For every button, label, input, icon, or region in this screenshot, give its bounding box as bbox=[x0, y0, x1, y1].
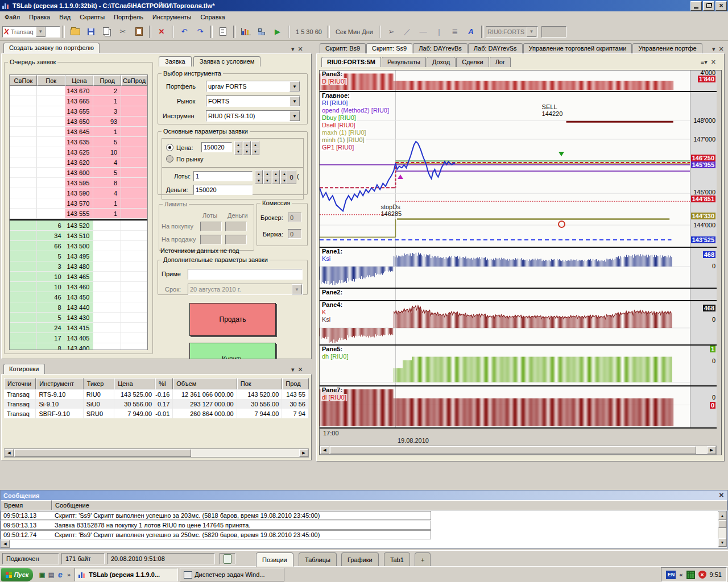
table-row[interactable]: 143 62510 bbox=[10, 147, 147, 157]
chart-inner-tab-0[interactable]: RIU0:FORTS:5M bbox=[321, 57, 381, 67]
term-select[interactable]: 20 августа 2010 г.▼ bbox=[188, 284, 303, 295]
buy-lots-limit[interactable] bbox=[200, 222, 222, 231]
delete-button[interactable]: ✕ bbox=[154, 24, 169, 39]
chevron-left-icon[interactable]: « bbox=[679, 571, 682, 578]
chart-dock-tab-2[interactable]: Лаб: DAYrevBs bbox=[413, 43, 468, 53]
open-button[interactable] bbox=[68, 24, 82, 39]
scroll-up-icon[interactable]: ▲ bbox=[718, 512, 726, 520]
copy-button[interactable] bbox=[100, 24, 114, 39]
table-row[interactable]: 46143 450 bbox=[10, 292, 147, 302]
table-row[interactable]: 17143 405 bbox=[10, 333, 147, 343]
quotes-col-0[interactable]: Источни bbox=[4, 378, 36, 389]
table-row[interactable]: 24143 415 bbox=[10, 323, 147, 333]
chart-inner-tab-3[interactable]: Сделки bbox=[456, 57, 489, 67]
cut-button[interactable]: ✂ bbox=[115, 24, 130, 39]
hline-tool-button[interactable]: — bbox=[416, 24, 431, 39]
chart-dock-tab-0[interactable]: Скрипт: Bs9 bbox=[320, 43, 366, 53]
chevron-down-icon[interactable]: ▼ bbox=[289, 96, 300, 106]
status-tab-4[interactable]: + bbox=[415, 552, 431, 567]
close-icon[interactable]: ✕ bbox=[298, 366, 303, 373]
scroll-left-icon[interactable]: ◀ bbox=[320, 446, 329, 454]
scroll-right-icon[interactable]: ▶ bbox=[707, 446, 716, 454]
buy-button[interactable]: Купить bbox=[189, 343, 276, 359]
menu-item-1[interactable]: Правка bbox=[24, 13, 55, 22]
tray-network-icon[interactable] bbox=[686, 571, 695, 579]
table-row[interactable]: TransaqSBRF-9.10SRU07 949.00-0.01260 864… bbox=[4, 409, 309, 418]
layout-button[interactable] bbox=[254, 24, 269, 39]
chart-pane-pane4[interactable]: Pane4:KKsi bbox=[320, 301, 690, 344]
language-indicator[interactable]: EN bbox=[666, 571, 676, 579]
scroll-left-icon[interactable]: ◀ bbox=[1, 540, 10, 548]
transaq-connection-combo[interactable]: X Transaq ▼ bbox=[2, 26, 60, 38]
table-row[interactable]: 143 6204 bbox=[10, 157, 147, 168]
pin-icon[interactable]: ▾ bbox=[291, 45, 295, 53]
tray-security-icon[interactable]: ✕ bbox=[698, 571, 706, 579]
chevron-right-icon[interactable]: » bbox=[67, 571, 71, 578]
color-box[interactable] bbox=[541, 26, 566, 38]
lots-input[interactable]: 1 bbox=[193, 171, 253, 181]
scroll-down-icon[interactable]: ▼ bbox=[718, 538, 726, 547]
table-row[interactable]: TransaqRTS-9.10RIU0143 525.00-0.1612 361… bbox=[4, 389, 309, 399]
start-button[interactable]: Пуск bbox=[1, 568, 33, 581]
sell-lots-limit[interactable] bbox=[200, 235, 222, 244]
taskbar-task-tslab[interactable]: TSLab (версия 1.1.9.0... bbox=[75, 568, 178, 581]
table-row[interactable]: 66143 500 bbox=[10, 241, 147, 251]
price-spinner[interactable]: ▲▼▲▼▲▼ bbox=[234, 141, 259, 154]
status-tab-3[interactable]: Tab1 bbox=[384, 552, 410, 567]
table-row[interactable]: 143 5701 bbox=[10, 198, 147, 209]
chart-dock-tab-3[interactable]: Лаб: DAYrevSs bbox=[468, 43, 523, 53]
order-book-col-0[interactable]: СвПок bbox=[10, 75, 37, 86]
text-tool-button[interactable]: A bbox=[464, 24, 478, 39]
status-tab-1[interactable]: Таблицы bbox=[299, 552, 337, 567]
symbol-combo[interactable]: RIU0:FORTS ▼ bbox=[486, 26, 538, 38]
table-row[interactable]: 8143 440 bbox=[10, 302, 147, 313]
chart-dock-tab-5[interactable]: Управление портфе bbox=[632, 43, 702, 53]
table-row[interactable]: 6143 520 bbox=[10, 221, 147, 231]
broker-commission-input[interactable]: 0 bbox=[288, 213, 301, 222]
table-row[interactable]: 143 6005 bbox=[10, 168, 147, 178]
chart-pane-pane7[interactable]: Pane7:dl [RIU0] bbox=[320, 386, 690, 427]
undo-button[interactable]: ↶ bbox=[177, 24, 192, 39]
market-select[interactable]: FORTS▼ bbox=[206, 95, 300, 107]
interval-units[interactable]: Сек Мин Дни bbox=[332, 28, 377, 35]
table-row[interactable]: 143 5958 bbox=[10, 178, 147, 188]
save-button[interactable] bbox=[84, 24, 98, 39]
quotes-col-5[interactable]: Объем bbox=[173, 378, 237, 389]
quotes-col-4[interactable]: %I bbox=[155, 378, 173, 389]
market-price-radio[interactable]: По рынку bbox=[166, 155, 204, 163]
chart-pane-pane5[interactable]: Pane5:dh [RIU0] bbox=[320, 346, 690, 385]
table-row[interactable]: 143 5551 bbox=[10, 209, 147, 219]
chart-pane-pane1[interactable]: Pane1:Ksi bbox=[320, 248, 690, 288]
table-row[interactable]: 143 6553 bbox=[10, 106, 147, 117]
order-book-col-3[interactable]: Прод bbox=[93, 75, 121, 86]
menu-icon[interactable]: ≡▾ bbox=[701, 59, 708, 66]
chart-inner-tab-2[interactable]: Доход bbox=[427, 57, 456, 67]
quotes-col-7[interactable]: Прод bbox=[282, 378, 309, 389]
menu-item-6[interactable]: Справка bbox=[196, 13, 230, 22]
buy-money-limit[interactable] bbox=[225, 222, 247, 231]
scroll-right-icon[interactable]: ▶ bbox=[299, 449, 308, 457]
table-row[interactable]: 3143 480 bbox=[10, 261, 147, 272]
price-radio[interactable]: Цена: bbox=[166, 144, 193, 151]
zero-button[interactable]: 0 bbox=[287, 170, 296, 184]
quotes-col-6[interactable]: Пок bbox=[237, 378, 283, 389]
chart-inner-tab-1[interactable]: Результаты bbox=[382, 57, 426, 67]
table-row[interactable]: 8143 400 bbox=[10, 343, 147, 350]
money-input[interactable]: 150020 bbox=[193, 185, 253, 195]
table-row[interactable]: 5143 495 bbox=[10, 251, 147, 261]
table-row[interactable]: 10143 460 bbox=[10, 282, 147, 292]
table-row[interactable]: 143 65093 bbox=[10, 117, 147, 127]
chart-hscrollbar[interactable]: ◀ ▶ bbox=[320, 446, 717, 455]
chart-pane-pane3[interactable]: Pane3:D [RIU0] bbox=[320, 70, 690, 91]
table-row[interactable]: 34143 510 bbox=[10, 231, 147, 241]
table-row[interactable]: TransaqSi-9.10SiU030 556.000.17293 127 0… bbox=[4, 399, 309, 409]
tab-create-order[interactable]: Создать заявку по портфелю bbox=[3, 43, 100, 53]
exchange-commission-input[interactable]: 0 bbox=[288, 229, 301, 239]
sell-button[interactable]: Продать bbox=[189, 303, 276, 336]
redo-button[interactable]: ↷ bbox=[193, 24, 208, 39]
menu-item-3[interactable]: Скрипты bbox=[75, 13, 109, 22]
chevron-down-icon[interactable]: ▼ bbox=[289, 111, 300, 121]
quotes-col-3[interactable]: Цена bbox=[114, 378, 155, 389]
chevron-down-icon[interactable]: ▼ bbox=[289, 81, 300, 92]
chevron-down-icon[interactable]: ▼ bbox=[36, 27, 46, 37]
